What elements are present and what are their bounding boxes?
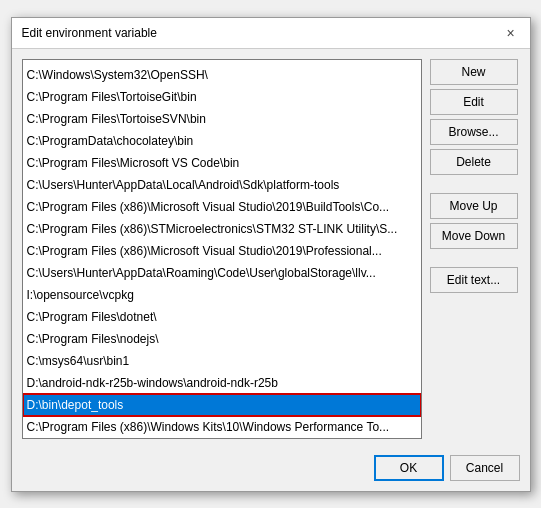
list-item[interactable]: C:\Users\Hunter\AppData\Roaming\Code\Use… <box>23 262 421 284</box>
move-down-button[interactable]: Move Down <box>430 223 518 249</box>
close-button[interactable]: × <box>502 24 520 42</box>
dialog-body: C:\WindowsC:\Windows\System32\WbemC:\Win… <box>12 49 530 449</box>
edit-env-var-dialog: Edit environment variable × C:\WindowsC:… <box>11 17 531 492</box>
list-item[interactable]: C:\msys64\usr\bin1 <box>23 350 421 372</box>
browse-button[interactable]: Browse... <box>430 119 518 145</box>
list-item[interactable]: C:\Program Files (x86)\STMicroelectronic… <box>23 218 421 240</box>
list-item[interactable]: C:\Program Files (x86)\Microsoft Visual … <box>23 196 421 218</box>
list-item[interactable]: C:\Program Files\Microsoft VS Code\bin <box>23 152 421 174</box>
ok-button[interactable]: OK <box>374 455 444 481</box>
list-item[interactable]: C:\Users\Hunter\AppData\Local\Android\Sd… <box>23 174 421 196</box>
list-item[interactable]: C:\Windows\System32\OpenSSH\ <box>23 64 421 86</box>
new-button[interactable]: New <box>430 59 518 85</box>
edit-button[interactable]: Edit <box>430 89 518 115</box>
list-item[interactable]: C:\Program Files (x86)\Microsoft Visual … <box>23 240 421 262</box>
list-item[interactable]: C:\Program Files\TortoiseSVN\bin <box>23 108 421 130</box>
delete-button[interactable]: Delete <box>430 149 518 175</box>
list-item[interactable]: C:\Program Files\dotnet\ <box>23 306 421 328</box>
move-up-button[interactable]: Move Up <box>430 193 518 219</box>
list-item[interactable]: C:\Program Files\TortoiseGit\bin <box>23 86 421 108</box>
list-item[interactable]: D:\bin\depot_tools <box>23 394 421 416</box>
list-item[interactable]: C:\Program Files (x86)\Windows Kits\10\W… <box>23 416 421 438</box>
action-buttons: New Edit Browse... Delete Move Up Move D… <box>430 59 520 439</box>
list-item[interactable]: I:\opensource\vcpkg <box>23 284 421 306</box>
bottom-bar: OK Cancel <box>12 449 530 491</box>
env-var-list[interactable]: C:\WindowsC:\Windows\System32\WbemC:\Win… <box>22 59 422 439</box>
edit-text-button[interactable]: Edit text... <box>430 267 518 293</box>
cancel-button[interactable]: Cancel <box>450 455 520 481</box>
list-item[interactable]: C:\Program Files\nodejs\ <box>23 328 421 350</box>
list-item[interactable]: C:\ProgramData\chocolatey\bin <box>23 130 421 152</box>
dialog-title: Edit environment variable <box>22 26 157 40</box>
list-item[interactable]: D:\android-ndk-r25b-windows\android-ndk-… <box>23 372 421 394</box>
title-bar: Edit environment variable × <box>12 18 530 49</box>
